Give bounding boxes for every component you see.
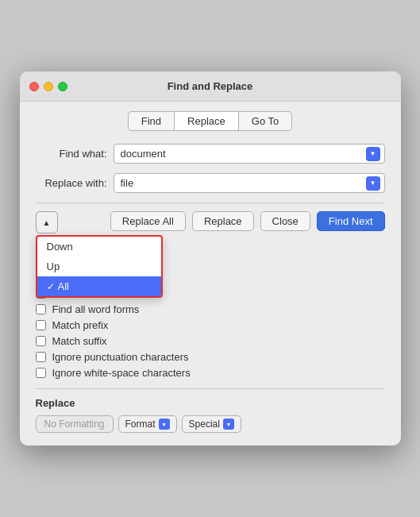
checkbox-all-forms: Find all word forms <box>36 303 385 315</box>
checkbox-match-prefix: Match prefix <box>36 319 385 331</box>
replace-input[interactable] <box>114 173 385 193</box>
direction-option-all[interactable]: All <box>37 276 161 296</box>
replace-label: Replace with: <box>36 177 107 189</box>
direction-button[interactable] <box>36 211 58 233</box>
checkbox-ignore-space: Ignore white-space characters <box>36 367 385 379</box>
close-button[interactable]: Close <box>260 211 310 231</box>
close-window-button[interactable] <box>29 82 39 91</box>
action-row: Down Up All Replace All Replace Close Fi… <box>36 211 385 233</box>
special-dropdown-arrow: ▼ <box>223 419 234 430</box>
find-replace-dialog: Find and Replace Find Replace Go To Find… <box>20 71 401 446</box>
replace-dropdown-arrow[interactable] <box>366 176 380 191</box>
find-dropdown-arrow[interactable] <box>366 147 380 161</box>
checkbox-match-suffix: Match suffix <box>36 335 385 347</box>
tab-goto[interactable]: Go To <box>239 111 292 131</box>
maximize-window-button[interactable] <box>58 82 67 91</box>
tab-find[interactable]: Find <box>128 111 175 131</box>
special-label: Special <box>189 419 220 430</box>
match-suffix-checkbox[interactable] <box>36 336 46 346</box>
find-input-wrap <box>114 144 385 164</box>
all-forms-checkbox[interactable] <box>36 304 46 314</box>
match-prefix-label: Match prefix <box>52 319 109 331</box>
no-formatting-button: No Formatting <box>36 415 114 433</box>
replace-all-button[interactable]: Replace All <box>110 211 186 231</box>
minimize-window-button[interactable] <box>44 82 53 91</box>
find-next-button[interactable]: Find Next <box>317 211 385 231</box>
ignore-punct-checkbox[interactable] <box>36 352 46 362</box>
direction-option-up[interactable]: Up <box>37 257 161 276</box>
all-forms-label: Find all word forms <box>52 303 140 315</box>
match-prefix-checkbox[interactable] <box>36 320 46 330</box>
ignore-space-checkbox[interactable] <box>36 368 46 378</box>
find-input[interactable] <box>114 144 385 164</box>
divider-1 <box>36 203 385 203</box>
replace-toolbar: No Formatting Format ▼ Special ▼ <box>36 415 385 433</box>
direction-wrap: Down Up All <box>36 211 58 233</box>
find-label: Find what: <box>36 148 107 160</box>
tab-replace[interactable]: Replace <box>175 111 239 131</box>
format-dropdown-arrow: ▼ <box>159 419 170 430</box>
replace-button[interactable]: Replace <box>192 211 254 231</box>
tab-bar: Find Replace Go To <box>36 111 385 131</box>
match-suffix-label: Match suffix <box>52 335 107 347</box>
format-label: Format <box>125 419 156 430</box>
window-title: Find and Replace <box>168 80 253 92</box>
checkbox-ignore-punct: Ignore punctuation characters <box>36 351 385 363</box>
divider-2 <box>36 388 385 389</box>
title-bar: Find and Replace <box>20 71 401 102</box>
replace-field-row: Replace with: <box>36 173 385 193</box>
direction-dropdown: Down Up All <box>36 235 163 298</box>
direction-option-down[interactable]: Down <box>37 237 161 257</box>
format-button[interactable]: Format ▼ <box>118 415 177 433</box>
replace-section-label: Replace <box>36 397 385 409</box>
dialog-content: Find Replace Go To Find what: Replace wi… <box>20 102 401 446</box>
ignore-space-label: Ignore white-space characters <box>52 367 191 379</box>
traffic-lights <box>29 82 67 91</box>
find-field-row: Find what: <box>36 144 385 164</box>
replace-input-wrap <box>114 173 385 193</box>
action-buttons: Replace All Replace Close Find Next <box>66 211 385 231</box>
special-button[interactable]: Special ▼ <box>182 415 241 433</box>
ignore-punct-label: Ignore punctuation characters <box>52 351 189 363</box>
